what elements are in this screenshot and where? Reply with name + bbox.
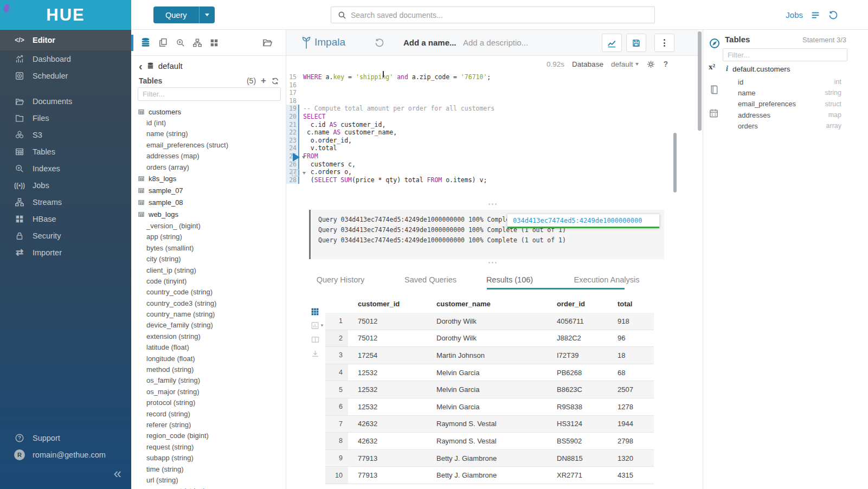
- code-line[interactable]: 18: [286, 97, 677, 105]
- sidebar-item-tables[interactable]: Tables: [0, 143, 131, 160]
- column-header-order_id[interactable]: order_id: [547, 294, 608, 313]
- resize-handle[interactable]: [465, 203, 519, 205]
- download-results-icon[interactable]: [311, 349, 324, 358]
- save-button[interactable]: [626, 34, 646, 52]
- tab-query-history[interactable]: Query History: [317, 275, 365, 284]
- code-line[interactable]: 28 (SELECT SUM(price * qty) total FROM o…: [286, 176, 677, 184]
- query-name-field[interactable]: Add a name...: [403, 38, 456, 47]
- breadcrumb-database[interactable]: default: [158, 61, 183, 70]
- query-description-field[interactable]: Add a descriptio...: [463, 38, 528, 47]
- database-selector[interactable]: default: [611, 60, 639, 68]
- table-view-icon[interactable]: [311, 307, 324, 316]
- tables-filter-input[interactable]: [138, 87, 281, 101]
- editor-scrollbar[interactable]: [673, 133, 677, 192]
- tree-table-customers[interactable]: customers: [131, 106, 286, 118]
- indexes-tab-icon[interactable]: [176, 38, 185, 48]
- code-line[interactable]: 15WHERE a.key = 'shipping' and a.zip_cod…: [286, 73, 677, 81]
- tab-execution-analysis[interactable]: Execution Analysis: [574, 275, 640, 284]
- tree-column[interactable]: email_preferences (struct): [131, 140, 286, 151]
- tree-column[interactable]: os_family (string): [131, 375, 286, 386]
- tree-column[interactable]: method (string): [131, 364, 286, 375]
- code-line[interactable]: 20SELECT: [286, 113, 677, 121]
- sidebar-item-support[interactable]: Support: [0, 429, 131, 446]
- execute-button[interactable]: [293, 153, 305, 162]
- table-row[interactable]: 977913Betty J. GiambroneDN88151320: [325, 450, 654, 467]
- tree-column[interactable]: record (string): [131, 409, 286, 420]
- table-row[interactable]: 512532Melvin GarciaB8623C2507: [325, 381, 654, 398]
- sidebar-item-security[interactable]: Security: [0, 227, 131, 244]
- sidebar-item-user[interactable]: Rromain@gethue.com: [0, 446, 131, 463]
- tree-table-web_logs[interactable]: web_logs: [131, 209, 286, 221]
- column-header-total[interactable]: total: [608, 294, 654, 313]
- code-line[interactable]: 21 c.id AS customer_id,: [286, 121, 677, 129]
- chart-button[interactable]: [602, 34, 622, 52]
- tree-column[interactable]: app (string): [131, 231, 286, 242]
- search-input[interactable]: [351, 11, 654, 20]
- sidebar-item-importer[interactable]: ⇄Importer: [0, 244, 131, 261]
- documents-tab-icon[interactable]: [158, 37, 169, 48]
- tree-table-sample_07[interactable]: sample_07: [131, 185, 286, 197]
- right-panel-column-id[interactable]: idint: [738, 76, 841, 87]
- right-panel-column-email_preferences[interactable]: email_preferencesstruct: [738, 99, 841, 110]
- history-icon[interactable]: [828, 10, 838, 20]
- tree-column[interactable]: country_code (string): [131, 287, 286, 298]
- query-button[interactable]: Query: [153, 7, 199, 23]
- right-panel-column-name[interactable]: namestring: [738, 87, 841, 98]
- tree-table-k8s_logs[interactable]: k8s_logs: [131, 173, 286, 185]
- page-scrollbar[interactable]: [698, 31, 702, 131]
- streams-tab-icon[interactable]: [192, 38, 202, 48]
- code-line[interactable]: 25FROM: [286, 152, 677, 160]
- sql-editor[interactable]: 15WHERE a.key = 'shipping' and a.zip_cod…: [286, 73, 677, 203]
- code-line[interactable]: 19-- Compute total amount per order for …: [286, 105, 677, 113]
- sidebar-item-streams[interactable]: Streams: [0, 194, 131, 210]
- help-icon[interactable]: ?: [663, 60, 668, 68]
- sidebar-item-files[interactable]: Files: [0, 110, 131, 126]
- folder-open-icon[interactable]: [262, 37, 273, 48]
- table-row[interactable]: 175012Dorothy Wilk4056711918: [325, 313, 654, 330]
- table-row[interactable]: 317254Martin JohnsonI72T3918: [325, 347, 654, 364]
- tree-column[interactable]: latitude (float): [131, 342, 286, 353]
- sidebar-item-jobs[interactable]: ((•))Jobs: [0, 177, 131, 194]
- active-table-row[interactable]: i default.customers: [726, 65, 790, 73]
- more-options-button[interactable]: [654, 34, 674, 52]
- right-panel-filter-input[interactable]: [723, 48, 847, 61]
- query-history-icon[interactable]: [374, 37, 384, 48]
- tree-column[interactable]: name (string): [131, 128, 286, 139]
- collapse-sidebar-button[interactable]: «: [114, 466, 121, 480]
- table-row[interactable]: 275012Dorothy WilkJ882C296: [325, 330, 654, 348]
- code-line[interactable]: 16: [286, 81, 677, 89]
- tree-column[interactable]: id (int): [131, 118, 286, 128]
- code-line[interactable]: 26 customers c,: [286, 160, 677, 169]
- code-line[interactable]: 24 v.total: [286, 144, 677, 152]
- code-line[interactable]: 27 c.orders o,: [286, 168, 677, 176]
- table-row[interactable]: 1077913Betty J. GiambroneXR27714315: [325, 467, 654, 484]
- tree-column[interactable]: addresses (map): [131, 151, 286, 162]
- table-row[interactable]: 842632Raymond S. VestalBS59022798: [325, 433, 654, 450]
- sidebar-item-documents[interactable]: Documents: [0, 93, 131, 110]
- resize-handle[interactable]: [465, 262, 519, 263]
- tree-column[interactable]: url (string): [131, 475, 286, 486]
- code-line[interactable]: 17: [286, 89, 677, 97]
- query-dropdown-button[interactable]: [199, 7, 215, 23]
- refresh-icon[interactable]: [271, 77, 279, 85]
- tree-column[interactable]: os_major (string): [131, 387, 286, 397]
- tree-column[interactable]: region_code (bigint): [131, 430, 286, 441]
- tree-column[interactable]: referer (string): [131, 420, 286, 430]
- table-row[interactable]: 742632Raymond S. VestalHS31241944: [325, 416, 654, 433]
- jobs-link[interactable]: Jobs: [786, 10, 803, 20]
- hue-logo[interactable]: HUE: [0, 0, 131, 30]
- tree-column[interactable]: bytes (smallint): [131, 243, 286, 254]
- column-header-customer_name[interactable]: customer_name: [427, 294, 547, 313]
- tree-column[interactable]: request (string): [131, 442, 286, 453]
- sidebar-item-scheduler[interactable]: Scheduler: [0, 67, 131, 84]
- tree-column[interactable]: longitude (float): [131, 353, 286, 364]
- sidebar-item-s3[interactable]: S3: [0, 126, 131, 143]
- language-reference-tab-icon[interactable]: [709, 85, 723, 95]
- add-table-icon[interactable]: +: [261, 75, 266, 86]
- tree-column[interactable]: code (tinyint): [131, 276, 286, 287]
- tree-column[interactable]: device_family (string): [131, 320, 286, 331]
- tree-column[interactable]: city (string): [131, 254, 286, 265]
- sidebar-item-indexes[interactable]: Indexes: [0, 160, 131, 177]
- functions-tab-icon[interactable]: x²: [709, 62, 723, 72]
- tree-column[interactable]: orders (array): [131, 162, 286, 173]
